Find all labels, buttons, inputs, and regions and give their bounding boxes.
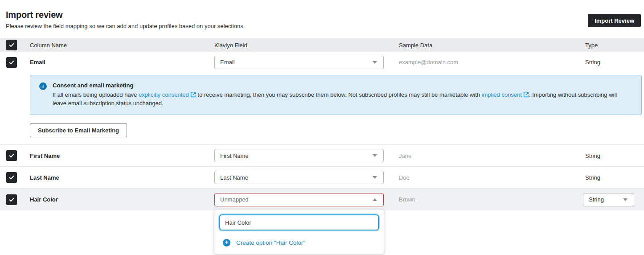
page-header: Import review Please review the field ma… <box>0 0 644 38</box>
consent-callout-title: Consent and email marketing <box>53 82 632 89</box>
callout-text: If all emails being uploaded have <box>53 91 139 98</box>
select-value: First Name <box>220 152 249 159</box>
row-checkbox-first-name[interactable] <box>6 150 17 161</box>
check-icon <box>8 174 15 181</box>
dropdown-search-input[interactable]: Hair Color <box>219 214 379 230</box>
page-subtitle: Please review the field mapping so we ca… <box>6 23 245 29</box>
column-name-cell: Hair Color <box>30 196 214 203</box>
column-header-column-name: Column Name <box>30 42 214 49</box>
row-checkbox-email[interactable] <box>6 57 17 68</box>
check-icon <box>8 59 15 66</box>
import-review-button[interactable]: Import Review <box>588 14 641 27</box>
subscribe-email-marketing-button[interactable]: Subscribe to Email Marketing <box>30 123 127 137</box>
plus-icon: + <box>223 239 230 247</box>
sample-data-cell: Brown <box>384 196 585 203</box>
select-value: String <box>589 196 604 203</box>
column-header-klaviyo-field: Klaviyo Field <box>214 42 384 49</box>
select-all-checkbox[interactable] <box>6 40 17 50</box>
chevron-down-icon <box>373 61 377 64</box>
text-cursor <box>252 219 252 226</box>
klaviyo-field-select-email[interactable]: Email <box>214 56 384 69</box>
table-row-hair-color: Hair Color Unmapped Brown String <box>0 188 644 210</box>
check-icon <box>8 152 15 159</box>
chevron-up-icon <box>373 198 377 201</box>
callout-text: to receive marketing, then you may subsc… <box>196 91 482 98</box>
column-name-cell: First Name <box>30 152 214 159</box>
search-input-value: Hair Color <box>225 219 251 226</box>
create-option-label: Create option "Hair Color" <box>236 239 305 246</box>
implied-consent-link[interactable]: implied consent <box>482 91 522 98</box>
column-header-type: Type <box>585 42 644 49</box>
column-header-sample-data: Sample Data <box>384 42 585 49</box>
table-row-email: Email Email example@domain.com String <box>0 52 644 73</box>
chevron-down-icon <box>623 198 628 201</box>
type-cell: String <box>585 174 644 181</box>
column-name-cell: Last Name <box>30 174 214 181</box>
table-header-row: Column Name Klaviyo Field Sample Data Ty… <box>0 38 644 52</box>
external-link-icon <box>190 92 196 98</box>
check-icon <box>8 42 15 48</box>
type-select-hair-color[interactable]: String <box>583 193 634 206</box>
row-checkbox-last-name[interactable] <box>6 172 17 183</box>
sample-data-cell: Doe <box>384 174 585 181</box>
klaviyo-field-dropdown-panel: Hair Color + Create option "Hair Color" <box>214 210 384 254</box>
page-header-text: Import review Please review the field ma… <box>6 10 245 29</box>
chevron-down-icon <box>373 154 377 157</box>
info-icon: i <box>39 82 47 90</box>
import-review-page: Import review Please review the field ma… <box>0 0 644 255</box>
external-link-icon <box>523 92 529 98</box>
consent-callout: i Consent and email marketing If all ema… <box>30 75 642 115</box>
sample-data-cell: Jane <box>384 152 585 159</box>
klaviyo-field-select-first-name[interactable]: First Name <box>214 149 384 162</box>
table-row-first-name: First Name First Name Jane String <box>0 144 644 166</box>
klaviyo-field-select-last-name[interactable]: Last Name <box>214 171 384 184</box>
create-option-item[interactable]: + Create option "Hair Color" <box>218 232 380 250</box>
column-name-cell: Email <box>30 59 214 66</box>
consent-callout-content: Consent and email marketing If all email… <box>53 82 632 107</box>
select-value: Email <box>220 59 235 66</box>
type-cell: String <box>585 152 644 159</box>
consent-callout-body: If all emails being uploaded have explic… <box>53 90 632 107</box>
check-icon <box>8 197 15 203</box>
type-cell: String <box>585 59 644 66</box>
chevron-down-icon <box>373 176 377 179</box>
klaviyo-field-select-hair-color[interactable]: Unmapped <box>214 193 384 206</box>
table-row-last-name: Last Name Last Name Doe String <box>0 166 644 188</box>
row-checkbox-hair-color[interactable] <box>6 194 17 205</box>
sample-data-cell: example@domain.com <box>384 59 585 66</box>
page-title: Import review <box>6 10 245 20</box>
select-value: Unmapped <box>220 196 249 203</box>
email-row-block: Email Email example@domain.com String i … <box>0 52 644 137</box>
explicitly-consented-link[interactable]: explicitly consented <box>139 91 189 98</box>
select-value: Last Name <box>220 174 248 181</box>
